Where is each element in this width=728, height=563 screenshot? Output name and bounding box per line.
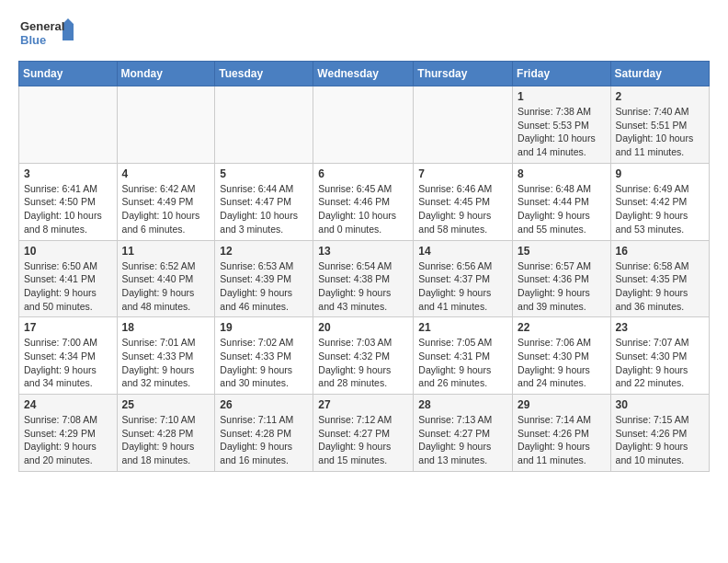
day-number: 20 (318, 321, 408, 334)
calendar-cell: 13Sunrise: 6:54 AM Sunset: 4:38 PM Dayli… (313, 240, 414, 317)
day-number: 26 (220, 398, 308, 411)
calendar-cell: 3Sunrise: 6:41 AM Sunset: 4:50 PM Daylig… (19, 163, 118, 240)
calendar-cell: 29Sunrise: 7:14 AM Sunset: 4:26 PM Dayli… (513, 395, 611, 472)
day-number: 15 (518, 245, 606, 258)
logo: GeneralBlue (18, 15, 83, 52)
day-info: Sunrise: 7:38 AM Sunset: 5:53 PM Dayligh… (518, 105, 606, 159)
calendar-header-row: SundayMondayTuesdayWednesdayThursdayFrid… (19, 62, 710, 86)
day-number: 19 (220, 321, 308, 334)
calendar-cell: 2Sunrise: 7:40 AM Sunset: 5:51 PM Daylig… (610, 86, 709, 164)
day-number: 27 (318, 398, 408, 411)
day-info: Sunrise: 7:13 AM Sunset: 4:27 PM Dayligh… (418, 413, 507, 467)
day-info: Sunrise: 6:49 AM Sunset: 4:42 PM Dayligh… (616, 182, 704, 236)
day-number: 12 (220, 245, 308, 258)
day-number: 5 (220, 167, 308, 180)
day-info: Sunrise: 7:06 AM Sunset: 4:30 PM Dayligh… (518, 336, 606, 390)
day-info: Sunrise: 6:50 AM Sunset: 4:41 PM Dayligh… (24, 259, 112, 314)
day-info: Sunrise: 6:52 AM Sunset: 4:40 PM Dayligh… (122, 259, 210, 314)
day-number: 9 (616, 167, 704, 180)
calendar-week-5: 24Sunrise: 7:08 AM Sunset: 4:29 PM Dayli… (19, 395, 710, 472)
calendar-week-2: 3Sunrise: 6:41 AM Sunset: 4:50 PM Daylig… (19, 163, 710, 240)
day-info: Sunrise: 7:07 AM Sunset: 4:30 PM Dayligh… (616, 336, 704, 390)
calendar-cell: 15Sunrise: 6:57 AM Sunset: 4:36 PM Dayli… (513, 240, 611, 317)
day-number: 3 (24, 167, 112, 180)
calendar-cell: 18Sunrise: 7:01 AM Sunset: 4:33 PM Dayli… (117, 317, 215, 395)
calendar-cell: 17Sunrise: 7:00 AM Sunset: 4:34 PM Dayli… (19, 317, 118, 395)
header-saturday: Saturday (610, 62, 709, 86)
day-number: 11 (122, 245, 210, 258)
day-info: Sunrise: 7:11 AM Sunset: 4:28 PM Dayligh… (220, 413, 308, 467)
day-number: 13 (318, 245, 408, 258)
day-number: 6 (318, 167, 408, 180)
calendar-week-1: 1Sunrise: 7:38 AM Sunset: 5:53 PM Daylig… (19, 86, 710, 164)
calendar-cell: 30Sunrise: 7:15 AM Sunset: 4:26 PM Dayli… (610, 395, 709, 472)
calendar-cell (19, 86, 118, 164)
calendar-cell: 25Sunrise: 7:10 AM Sunset: 4:28 PM Dayli… (117, 395, 215, 472)
calendar-cell: 5Sunrise: 6:44 AM Sunset: 4:47 PM Daylig… (215, 163, 313, 240)
svg-text:General: General (20, 19, 64, 33)
calendar-cell: 19Sunrise: 7:02 AM Sunset: 4:33 PM Dayli… (215, 317, 313, 395)
header-wednesday: Wednesday (313, 62, 414, 86)
calendar-cell: 21Sunrise: 7:05 AM Sunset: 4:31 PM Dayli… (414, 317, 513, 395)
calendar-cell: 10Sunrise: 6:50 AM Sunset: 4:41 PM Dayli… (19, 240, 118, 317)
day-info: Sunrise: 6:45 AM Sunset: 4:46 PM Dayligh… (318, 182, 408, 236)
day-info: Sunrise: 7:01 AM Sunset: 4:33 PM Dayligh… (122, 336, 210, 390)
day-number: 17 (24, 321, 112, 334)
day-info: Sunrise: 6:54 AM Sunset: 4:38 PM Dayligh… (318, 259, 408, 314)
day-number: 28 (418, 398, 507, 411)
day-info: Sunrise: 6:58 AM Sunset: 4:35 PM Dayligh… (616, 259, 704, 314)
calendar-cell: 16Sunrise: 6:58 AM Sunset: 4:35 PM Dayli… (610, 240, 709, 317)
calendar-cell: 26Sunrise: 7:11 AM Sunset: 4:28 PM Dayli… (215, 395, 313, 472)
day-number: 30 (616, 398, 704, 411)
header-sunday: Sunday (19, 62, 118, 86)
calendar-cell: 14Sunrise: 6:56 AM Sunset: 4:37 PM Dayli… (414, 240, 513, 317)
day-info: Sunrise: 7:14 AM Sunset: 4:26 PM Dayligh… (518, 413, 606, 467)
day-number: 22 (518, 321, 606, 334)
day-info: Sunrise: 7:10 AM Sunset: 4:28 PM Dayligh… (122, 413, 210, 467)
day-info: Sunrise: 7:02 AM Sunset: 4:33 PM Dayligh… (220, 336, 308, 390)
calendar-table: SundayMondayTuesdayWednesdayThursdayFrid… (18, 61, 710, 472)
day-info: Sunrise: 7:03 AM Sunset: 4:32 PM Dayligh… (318, 336, 408, 390)
day-number: 8 (518, 167, 606, 180)
calendar-cell: 23Sunrise: 7:07 AM Sunset: 4:30 PM Dayli… (610, 317, 709, 395)
day-info: Sunrise: 7:05 AM Sunset: 4:31 PM Dayligh… (418, 336, 507, 390)
calendar-cell: 11Sunrise: 6:52 AM Sunset: 4:40 PM Dayli… (117, 240, 215, 317)
day-info: Sunrise: 6:48 AM Sunset: 4:44 PM Dayligh… (518, 182, 606, 236)
calendar-cell: 9Sunrise: 6:49 AM Sunset: 4:42 PM Daylig… (610, 163, 709, 240)
day-number: 18 (122, 321, 210, 334)
day-info: Sunrise: 6:41 AM Sunset: 4:50 PM Dayligh… (24, 182, 112, 236)
header-tuesday: Tuesday (215, 62, 313, 86)
day-info: Sunrise: 6:57 AM Sunset: 4:36 PM Dayligh… (518, 259, 606, 314)
day-number: 23 (616, 321, 704, 334)
page-header: GeneralBlue (18, 15, 710, 52)
day-info: Sunrise: 6:42 AM Sunset: 4:49 PM Dayligh… (122, 182, 210, 236)
day-number: 10 (24, 245, 112, 258)
calendar-week-3: 10Sunrise: 6:50 AM Sunset: 4:41 PM Dayli… (19, 240, 710, 317)
day-info: Sunrise: 7:40 AM Sunset: 5:51 PM Dayligh… (616, 105, 704, 159)
calendar-cell (117, 86, 215, 164)
day-number: 4 (122, 167, 210, 180)
svg-text:Blue: Blue (20, 33, 46, 47)
calendar-cell (215, 86, 313, 164)
logo-svg: GeneralBlue (18, 15, 83, 52)
day-info: Sunrise: 7:08 AM Sunset: 4:29 PM Dayligh… (24, 413, 112, 467)
day-number: 7 (418, 167, 507, 180)
calendar-cell: 6Sunrise: 6:45 AM Sunset: 4:46 PM Daylig… (313, 163, 414, 240)
calendar-cell: 28Sunrise: 7:13 AM Sunset: 4:27 PM Dayli… (414, 395, 513, 472)
calendar-cell (313, 86, 414, 164)
calendar-cell: 1Sunrise: 7:38 AM Sunset: 5:53 PM Daylig… (513, 86, 611, 164)
calendar-cell: 24Sunrise: 7:08 AM Sunset: 4:29 PM Dayli… (19, 395, 118, 472)
header-friday: Friday (513, 62, 611, 86)
day-number: 29 (518, 398, 606, 411)
day-info: Sunrise: 6:53 AM Sunset: 4:39 PM Dayligh… (220, 259, 308, 314)
header-thursday: Thursday (414, 62, 513, 86)
calendar-cell: 8Sunrise: 6:48 AM Sunset: 4:44 PM Daylig… (513, 163, 611, 240)
day-info: Sunrise: 7:15 AM Sunset: 4:26 PM Dayligh… (616, 413, 704, 467)
day-number: 21 (418, 321, 507, 334)
day-info: Sunrise: 7:12 AM Sunset: 4:27 PM Dayligh… (318, 413, 408, 467)
day-number: 14 (418, 245, 507, 258)
calendar-week-4: 17Sunrise: 7:00 AM Sunset: 4:34 PM Dayli… (19, 317, 710, 395)
day-number: 24 (24, 398, 112, 411)
day-number: 25 (122, 398, 210, 411)
day-number: 16 (616, 245, 704, 258)
